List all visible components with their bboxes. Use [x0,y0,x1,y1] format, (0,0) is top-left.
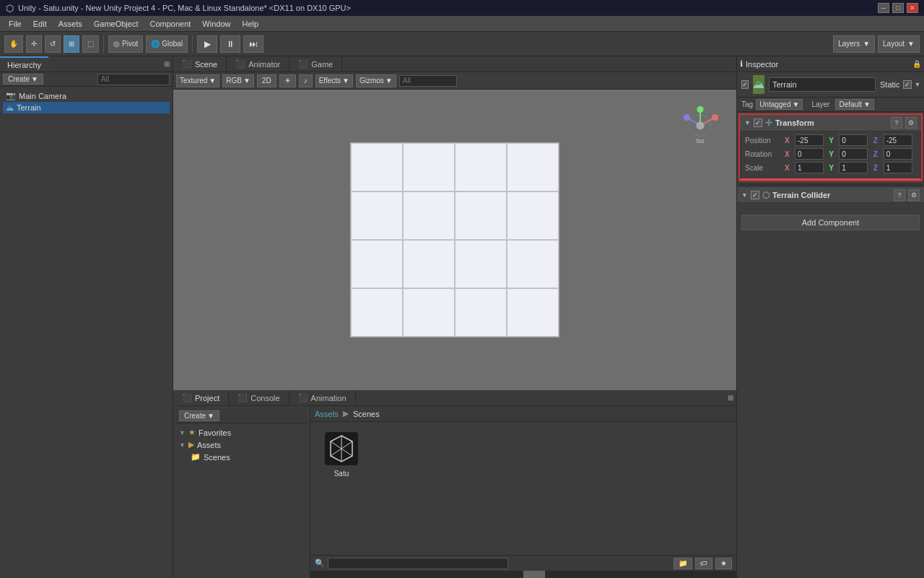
menu-file[interactable]: File [3,18,27,30]
static-dropdown-icon[interactable]: ▼ [915,81,921,88]
transform-header[interactable]: ▼ ✛ Transform ? ⚙ [740,115,921,131]
position-y-input[interactable] [839,134,868,146]
hand-tool[interactable]: ✋ [4,35,23,53]
layers-dropdown[interactable]: Layers ▼ [833,35,875,53]
maximize-button[interactable]: □ [892,3,904,13]
static-checkbox[interactable] [903,80,912,89]
textured-dropdown[interactable]: Textured ▼ [176,74,219,87]
x-label-pos: X [785,137,793,144]
menu-assets[interactable]: Assets [53,18,88,30]
inspector-icon: ℹ [740,59,743,69]
breadcrumb-arrow-icon: ▶ [343,409,349,418]
play-button[interactable]: ▶ [197,35,217,53]
console-tab[interactable]: ⬛ Console [229,390,289,405]
favorites-expand-icon: ▼ [179,429,186,436]
collider-gear-button[interactable]: ⚙ [908,189,920,201]
transform-icon: ✛ [765,118,772,128]
collider-help-button[interactable]: ? [894,189,905,201]
scene-viewport[interactable]: X Y Z Iso [173,90,736,390]
tree-scenes[interactable]: 📁 Scenes [176,451,307,463]
scale-x-input[interactable] [795,162,824,173]
tree-favorites[interactable]: ▼ ★ Favorites [176,426,307,439]
transform-enabled-checkbox[interactable] [754,118,762,127]
transform-gear-button[interactable]: ⚙ [905,117,917,129]
assets-footer: 🔍 📁 🏷 ★ [310,555,736,571]
object-active-checkbox[interactable] [741,80,749,89]
close-button[interactable]: ✕ [907,3,918,13]
assets-tag-icon-btn[interactable]: 🏷 [695,558,712,569]
search-icon: 🔍 [315,558,325,568]
assets-search-input[interactable] [328,558,508,569]
breadcrumb-scenes[interactable]: Scenes [353,410,380,418]
project-item-satu[interactable]: Satu [316,428,367,549]
gizmos-dropdown[interactable]: Gizmos ▼ [356,74,396,87]
terrain-collider-header[interactable]: ▼ ⬡ Terrain Collider ? ⚙ [737,187,924,203]
scene-search-input[interactable] [399,75,457,87]
animator-tab[interactable]: ⬛ Animator [227,56,289,72]
breadcrumb-assets[interactable]: Assets [315,410,339,418]
scale-z-input[interactable] [884,162,912,173]
pivot-button[interactable]: ◎ Pivot [108,35,143,53]
scene-tab[interactable]: ⬛ Scene [173,56,227,72]
hierarchy-create-button[interactable]: Create ▼ [3,74,43,85]
layout-dropdown[interactable]: Layout ▼ [878,35,920,53]
add-component-button[interactable]: Add Component [741,215,920,230]
scene-gizmo[interactable]: X Y Z Iso [679,104,722,155]
rgb-dropdown[interactable]: RGB ▼ [222,74,254,87]
global-button[interactable]: 🌐 Global [146,35,188,53]
menu-window[interactable]: Window [196,18,236,30]
rotation-x-input[interactable] [795,148,824,160]
hierarchy-item-main-camera[interactable]: 📷 Main Camera [3,90,170,102]
game-tab[interactable]: ⬛ Game [289,56,342,72]
menu-edit[interactable]: Edit [27,18,53,30]
tree-assets[interactable]: ▼ ▶ Assets [176,439,307,451]
assets-scrollbar-thumb[interactable] [523,571,545,578]
effects-dropdown[interactable]: Effects ▼ [315,74,353,87]
rotation-z-input[interactable] [884,148,912,160]
step-button[interactable]: ⏭ [243,35,263,53]
pause-button[interactable]: ⏸ [220,35,240,53]
audio-button[interactable]: ♪ [299,74,313,87]
bottom-panel-pin-icon[interactable]: ⊞ [728,394,733,402]
assets-scrollbar[interactable] [310,571,736,578]
translate-tool[interactable]: ✛ [26,35,42,53]
gizmos-chevron-icon: ▼ [385,77,393,85]
menu-gameobject[interactable]: GameObject [88,18,144,30]
minimize-button[interactable]: ─ [878,3,889,13]
hierarchy-panel: Hierarchy ⊞ Create ▼ 📷 Main Camera ⛰ Ter… [0,56,173,578]
position-z-input[interactable] [884,134,912,146]
menu-help[interactable]: Help [236,18,264,30]
layer-dropdown[interactable]: Default ▼ [835,99,874,110]
inspector-lock-icon[interactable]: 🔒 [912,60,921,68]
bottom-tab-bar: ⬛ Project ⬛ Console ⬛ Animation ⊞ [173,390,736,406]
assets-folder-icon-btn[interactable]: 📁 [674,558,692,569]
tag-dropdown[interactable]: Untagged ▼ [756,99,803,110]
object-name-field[interactable] [769,77,876,92]
rotate-tool[interactable]: ↺ [45,35,61,53]
project-tab[interactable]: ⬛ Project [173,390,229,405]
lighting-button[interactable]: ☀ [279,74,296,87]
project-create-button[interactable]: Create ▼ [179,410,219,421]
assets-star-filter-btn[interactable]: ★ [715,558,732,569]
hierarchy-search-input[interactable] [97,74,170,85]
transform-icons: ? ⚙ [891,117,917,129]
collider-enabled-checkbox[interactable] [751,191,759,199]
transform-help-button[interactable]: ? [891,117,902,129]
menu-component[interactable]: Component [144,18,196,30]
animation-tab[interactable]: ⬛ Animation [289,390,356,405]
title-bar-controls[interactable]: ─ □ ✕ [878,3,918,13]
hierarchy-tab[interactable]: Hierarchy [0,56,48,72]
transform-component-highlighted: ▼ ✛ Transform ? ⚙ Position X [738,113,923,181]
2d-button[interactable]: 2D [257,74,276,87]
rotation-y-input[interactable] [839,148,868,160]
grid-cell-0 [351,143,403,191]
scale-y-input[interactable] [839,162,868,173]
hierarchy-pin-icon[interactable]: ⊞ [164,60,170,68]
scene-tab-bar: ⬛ Scene ⬛ Animator ⬛ Game [173,56,736,72]
scale-tool[interactable]: ⊞ [64,35,79,53]
hierarchy-item-terrain[interactable]: ⛰ Terrain [3,102,170,113]
rect-tool[interactable]: ⬚ [82,35,99,53]
position-y-group: Y [829,134,871,146]
animator-tab-icon: ⬛ [235,59,245,69]
position-x-input[interactable] [795,134,824,146]
